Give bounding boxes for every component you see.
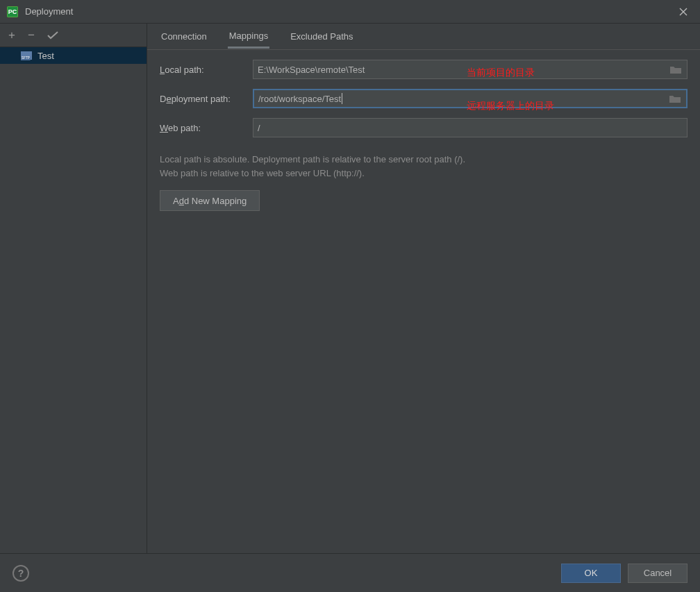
close-icon[interactable] [674,2,693,22]
tabs: Connection Mappings Excluded Paths [147,24,700,50]
dialog-footer: ? OK Cancel [0,553,700,592]
sidebar-toolbar: + − [0,24,147,47]
add-new-mapping-button[interactable]: Add New Mapping [160,190,260,211]
cancel-button[interactable]: Cancel [628,564,688,583]
row-local-path: Local path: E:\WorkSpace\remote\Test [160,60,688,79]
input-web-path[interactable]: / [253,118,688,137]
label-deployment-path: Deployment path: [160,94,253,104]
server-name: Test [38,51,54,61]
input-local-path[interactable]: E:\WorkSpace\remote\Test [253,60,688,79]
browse-deployment-icon[interactable] [669,94,681,103]
sidebar: + − Test [0,24,147,553]
content-panel: Connection Mappings Excluded Paths Local… [147,24,700,553]
add-server-button[interactable]: + [8,29,15,41]
tab-connection[interactable]: Connection [160,26,208,47]
app-icon: PC [7,6,18,17]
input-deployment-path[interactable]: /root/workspace/Test [253,89,688,108]
help-button[interactable]: ? [12,565,29,582]
row-deployment-path: Deployment path: /root/workspace/Test [160,89,688,108]
mark-default-button[interactable] [47,31,58,40]
label-local-path: Local path: [160,65,253,75]
server-item-test[interactable]: Test [0,47,147,64]
sftp-icon [21,51,32,60]
help-text: Local path is absolute. Deployment path … [160,153,688,180]
tab-excluded-paths[interactable]: Excluded Paths [289,26,354,47]
browse-local-icon[interactable] [670,65,681,74]
row-web-path: Web path: / [160,118,688,137]
window-title: Deployment [25,6,674,17]
tab-mappings[interactable]: Mappings [228,25,269,49]
ok-button[interactable]: OK [561,564,621,583]
title-bar: PC Deployment [0,0,700,24]
remove-server-button[interactable]: − [28,29,35,41]
label-web-path: Web path: [160,123,253,133]
text-caret [342,93,342,104]
